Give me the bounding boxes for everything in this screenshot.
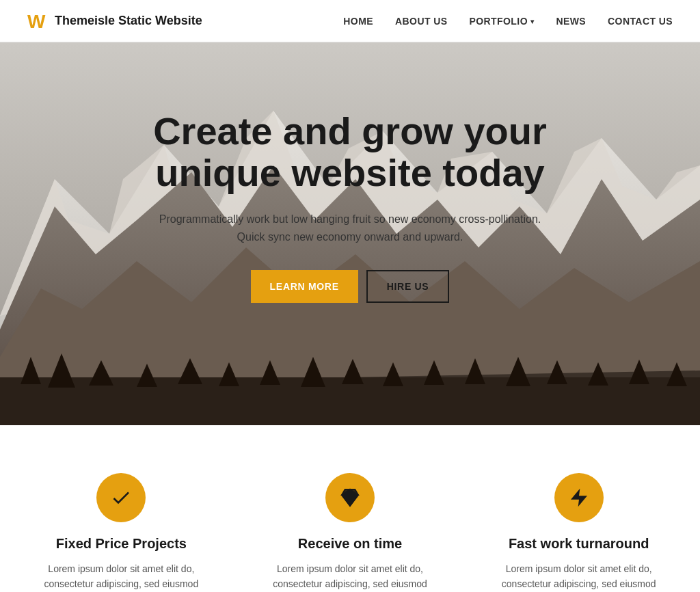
feature-desc-fixed-price: Lorem ipsum dolor sit amet elit do, cons… [27, 561, 215, 592]
feature-title-fast-work: Fast work turnaround [509, 536, 649, 552]
lightning-bolt-icon [568, 487, 590, 509]
hero-content: Create and grow your unique website toda… [131, 110, 569, 303]
svg-text:W: W [27, 11, 46, 32]
portfolio-chevron-icon: ▾ [530, 18, 534, 25]
nav-home[interactable]: HOME [343, 16, 373, 27]
svg-marker-25 [342, 489, 358, 506]
diamond-icon [339, 487, 361, 509]
hero-section: Create and grow your unique website toda… [0, 42, 700, 425]
check-icon-circle [96, 473, 146, 522]
logo-area: W Themeisle Static Website [27, 10, 202, 32]
features-section: Fixed Price Projects Lorem ipsum dolor s… [0, 425, 700, 592]
feature-fixed-price: Fixed Price Projects Lorem ipsum dolor s… [27, 473, 215, 592]
nav-news[interactable]: NEWS [556, 16, 586, 27]
hire-us-button[interactable]: HIRE US [366, 270, 450, 303]
check-icon [110, 487, 132, 509]
feature-receive-on-time: Receive on time Lorem ipsum dolor sit am… [256, 473, 444, 592]
logo-text: Themeisle Static Website [55, 14, 202, 28]
learn-more-button[interactable]: LEARN MORE [251, 270, 358, 303]
feature-title-receive-on-time: Receive on time [298, 536, 402, 552]
hero-title: Create and grow your unique website toda… [145, 110, 555, 194]
w-logo-icon: W [27, 10, 49, 32]
feature-fast-work: Fast work turnaround Lorem ipsum dolor s… [485, 473, 673, 592]
main-nav: HOME ABOUT US PORTFOLIO ▾ NEWS CONTACT U… [343, 16, 673, 27]
feature-desc-fast-work: Lorem ipsum dolor sit amet elit do, cons… [485, 561, 673, 592]
nav-about[interactable]: ABOUT US [395, 16, 447, 27]
header: W Themeisle Static Website HOME ABOUT US… [0, 0, 700, 42]
hero-buttons: LEARN MORE HIRE US [145, 270, 555, 303]
feature-desc-receive-on-time: Lorem ipsum dolor sit amet elit do, cons… [256, 561, 444, 592]
nav-contact[interactable]: CONTACT US [608, 16, 673, 27]
diamond-icon-circle [325, 473, 375, 522]
nav-portfolio[interactable]: PORTFOLIO ▾ [470, 16, 535, 27]
feature-title-fixed-price: Fixed Price Projects [56, 536, 187, 552]
lightning-icon-circle [554, 473, 604, 522]
hero-subtitle: Programmatically work but low hanging fr… [145, 211, 555, 245]
